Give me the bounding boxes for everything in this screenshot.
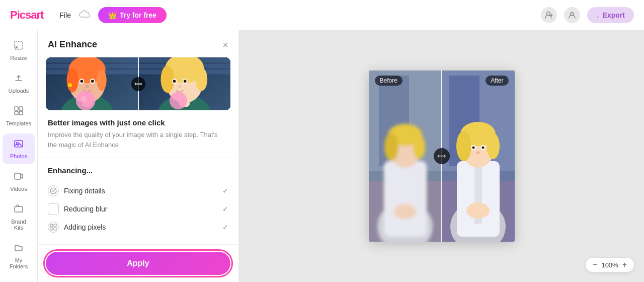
svg-point-51 [178, 85, 182, 88]
sidebar-item-videos-label: Videos [10, 186, 27, 192]
svg-point-29 [91, 80, 94, 83]
panel-description: Better images with just one click Improv… [38, 118, 238, 158]
download-icon: ↓ [596, 11, 600, 19]
adding-pixels-icon [48, 222, 59, 233]
svg-rect-11 [15, 173, 21, 179]
panel-close-button[interactable]: × [222, 40, 228, 50]
svg-point-33 [68, 83, 72, 87]
sidebar: Resize Uploads Templates Photos Videos [0, 30, 38, 282]
svg-rect-5 [15, 107, 18, 110]
svg-point-86 [476, 152, 479, 154]
svg-point-49 [173, 80, 176, 83]
sidebar-item-templates-label: Templates [6, 120, 31, 126]
zoom-in-button[interactable]: + [622, 261, 627, 269]
apply-area: Apply [38, 244, 238, 282]
enhancing-item-left-3: Adding pixels [48, 222, 106, 233]
ai-enhance-panel: AI Enhance × [38, 30, 239, 282]
add-user-icon[interactable] [541, 7, 557, 23]
sidebar-item-brand-kits[interactable]: Brand Kits [3, 199, 35, 236]
svg-point-80 [456, 131, 471, 161]
sidebar-item-my-folders[interactable]: My Folders [3, 238, 35, 274]
main-layout: Resize Uploads Templates Photos Videos [0, 30, 644, 282]
panel-header: AI Enhance × [38, 30, 238, 57]
panel-preview: ⟺ [46, 57, 230, 110]
svg-point-70 [394, 204, 416, 219]
zoom-level: 100% [601, 261, 618, 269]
before-label: Before [375, 76, 403, 86]
after-label: After [486, 76, 508, 86]
svg-point-52 [169, 92, 187, 109]
panel-title: AI Enhance [48, 39, 97, 50]
svg-point-66 [384, 133, 398, 161]
fixing-details-label: Fixing details [64, 187, 105, 195]
reducing-blur-label: Reducing blur [64, 205, 107, 213]
file-menu-item[interactable]: File [55, 9, 75, 21]
zoom-out-button[interactable]: − [593, 261, 597, 269]
sidebar-item-resize[interactable]: Resize [3, 35, 35, 66]
svg-rect-12 [15, 206, 23, 212]
fixing-details-icon [48, 185, 59, 196]
enhancing-item-reducing-blur: Reducing blur ✓ [48, 200, 228, 218]
preview-right-half [138, 57, 231, 110]
enhancing-title: Enhancing... [48, 166, 228, 175]
photos-icon [14, 138, 24, 151]
sidebar-item-uploads-label: Uploads [9, 88, 29, 94]
svg-point-28 [80, 80, 84, 83]
reducing-blur-check: ✓ [222, 205, 228, 213]
sidebar-item-templates[interactable]: Templates [3, 101, 35, 131]
sidebar-item-photos[interactable]: Photos [3, 133, 35, 164]
adding-pixels-label: Adding pixels [64, 223, 106, 231]
svg-rect-57 [54, 228, 56, 230]
sidebar-item-my-folders-label: My Folders [7, 257, 31, 269]
canvas-area: Before After ⟺ − 100% + [239, 30, 644, 282]
sidebar-item-resize-label: Resize [10, 55, 27, 61]
svg-rect-54 [50, 224, 53, 227]
user-avatar[interactable] [564, 7, 580, 23]
uploads-icon [14, 73, 24, 86]
svg-point-85 [481, 147, 484, 149]
main-preview-handle[interactable]: ⟺ [434, 148, 450, 164]
svg-point-25 [97, 69, 106, 91]
svg-rect-56 [50, 228, 53, 230]
svg-point-67 [413, 135, 425, 159]
preview-left-half [46, 57, 138, 110]
svg-point-32 [81, 96, 87, 102]
enhancing-item-left-2: Reducing blur [48, 203, 107, 215]
svg-rect-55 [54, 224, 56, 227]
enhancing-item-left: Fixing details [48, 185, 105, 196]
svg-point-46 [195, 67, 207, 91]
export-button[interactable]: ↓ Export [587, 7, 634, 23]
reducing-blur-icon [48, 203, 59, 215]
app-logo: Picsart [10, 9, 43, 22]
resize-icon [14, 40, 24, 53]
main-preview-right [442, 70, 515, 242]
main-preview-left [369, 70, 442, 242]
videos-icon [14, 171, 24, 184]
brand-kits-icon [14, 204, 24, 217]
panel-enhancing-section: Enhancing... Fixing details ✓ [38, 158, 238, 244]
header-menu: File 👑 Try for free [55, 7, 540, 23]
sidebar-item-videos[interactable]: Videos [3, 166, 35, 197]
svg-point-81 [487, 133, 500, 159]
adding-pixels-check: ✓ [222, 223, 228, 231]
try-free-button[interactable]: 👑 Try for free [98, 7, 167, 23]
svg-point-89 [466, 202, 490, 219]
svg-point-45 [160, 65, 174, 93]
enhancing-item-adding-pixels: Adding pixels ✓ [48, 218, 228, 236]
panel-description-title: Better images with just one click [48, 118, 228, 127]
apply-button[interactable]: Apply [46, 252, 230, 275]
panel-description-text: Improve the quality of your image with a… [48, 130, 228, 150]
fixing-details-check: ✓ [222, 187, 228, 195]
svg-point-84 [472, 147, 474, 149]
cloud-icon[interactable] [79, 9, 90, 21]
svg-point-30 [85, 85, 89, 88]
sidebar-item-brand-kits-label: Brand Kits [7, 219, 31, 231]
preview-handle[interactable]: ⟺ [131, 77, 145, 91]
svg-point-50 [183, 80, 186, 83]
svg-rect-7 [15, 111, 18, 115]
header-right: ↓ Export [541, 7, 634, 23]
enhancing-item-fixing-details: Fixing details ✓ [48, 182, 228, 200]
sidebar-item-uploads[interactable]: Uploads [3, 68, 35, 99]
svg-point-24 [67, 68, 78, 92]
sidebar-item-photos-label: Photos [10, 153, 27, 159]
